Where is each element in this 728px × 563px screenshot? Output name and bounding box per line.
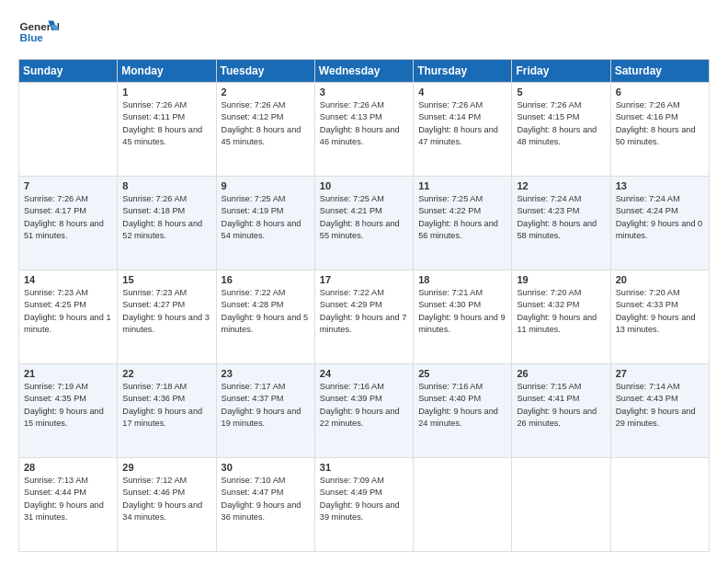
calendar-cell: 16Sunrise: 7:22 AM Sunset: 4:28 PM Dayli…	[216, 270, 314, 364]
day-number: 10	[320, 180, 408, 191]
col-header-wednesday: Wednesday	[314, 60, 413, 83]
cell-info: Sunrise: 7:20 AM Sunset: 4:32 PM Dayligh…	[517, 287, 605, 336]
day-number: 23	[222, 368, 310, 379]
calendar-cell	[512, 458, 610, 552]
cell-info: Sunrise: 7:26 AM Sunset: 4:12 PM Dayligh…	[222, 99, 310, 148]
calendar-cell: 14Sunrise: 7:23 AM Sunset: 4:25 PM Dayli…	[19, 270, 118, 364]
day-number: 7	[24, 180, 112, 191]
calendar-cell: 26Sunrise: 7:15 AM Sunset: 4:41 PM Dayli…	[512, 364, 610, 458]
calendar-cell: 13Sunrise: 7:24 AM Sunset: 4:24 PM Dayli…	[610, 177, 709, 270]
calendar-cell: 4Sunrise: 7:26 AM Sunset: 4:14 PM Daylig…	[414, 83, 512, 177]
day-number: 8	[122, 180, 210, 191]
cell-info: Sunrise: 7:26 AM Sunset: 4:16 PM Dayligh…	[616, 99, 704, 148]
cell-info: Sunrise: 7:26 AM Sunset: 4:13 PM Dayligh…	[320, 99, 408, 148]
cell-info: Sunrise: 7:25 AM Sunset: 4:22 PM Dayligh…	[418, 193, 506, 242]
svg-text:Blue: Blue	[19, 31, 43, 43]
calendar-cell: 8Sunrise: 7:26 AM Sunset: 4:18 PM Daylig…	[118, 177, 216, 270]
day-number: 27	[616, 368, 704, 379]
calendar-cell: 11Sunrise: 7:25 AM Sunset: 4:22 PM Dayli…	[414, 177, 512, 270]
cell-info: Sunrise: 7:19 AM Sunset: 4:35 PM Dayligh…	[24, 381, 112, 430]
calendar-cell: 31Sunrise: 7:09 AM Sunset: 4:49 PM Dayli…	[314, 458, 413, 552]
calendar-cell: 17Sunrise: 7:22 AM Sunset: 4:29 PM Dayli…	[314, 270, 413, 364]
calendar-cell: 19Sunrise: 7:20 AM Sunset: 4:32 PM Dayli…	[512, 270, 610, 364]
cell-info: Sunrise: 7:23 AM Sunset: 4:27 PM Dayligh…	[122, 287, 210, 336]
col-header-thursday: Thursday	[414, 60, 512, 83]
calendar-cell: 7Sunrise: 7:26 AM Sunset: 4:17 PM Daylig…	[19, 177, 118, 270]
header: General Blue	[18, 15, 710, 50]
col-header-friday: Friday	[512, 60, 610, 83]
cell-info: Sunrise: 7:24 AM Sunset: 4:23 PM Dayligh…	[517, 193, 605, 242]
calendar-cell: 6Sunrise: 7:26 AM Sunset: 4:16 PM Daylig…	[610, 83, 709, 177]
calendar-cell	[414, 458, 512, 552]
day-number: 18	[418, 274, 506, 285]
day-number: 12	[517, 180, 605, 191]
day-number: 2	[222, 86, 310, 98]
col-header-monday: Monday	[118, 60, 216, 83]
calendar-cell: 28Sunrise: 7:13 AM Sunset: 4:44 PM Dayli…	[19, 458, 118, 552]
day-number: 29	[122, 462, 210, 473]
cell-info: Sunrise: 7:22 AM Sunset: 4:28 PM Dayligh…	[222, 287, 310, 336]
calendar-cell: 22Sunrise: 7:18 AM Sunset: 4:36 PM Dayli…	[118, 364, 216, 458]
cell-info: Sunrise: 7:13 AM Sunset: 4:44 PM Dayligh…	[24, 475, 112, 523]
cell-info: Sunrise: 7:21 AM Sunset: 4:30 PM Dayligh…	[418, 287, 506, 336]
calendar-cell: 1Sunrise: 7:26 AM Sunset: 4:11 PM Daylig…	[118, 83, 216, 177]
col-header-sunday: Sunday	[19, 60, 118, 83]
cell-info: Sunrise: 7:26 AM Sunset: 4:15 PM Dayligh…	[517, 99, 605, 148]
calendar-cell: 18Sunrise: 7:21 AM Sunset: 4:30 PM Dayli…	[414, 270, 512, 364]
calendar-cell: 21Sunrise: 7:19 AM Sunset: 4:35 PM Dayli…	[19, 364, 118, 458]
day-number: 26	[517, 368, 605, 379]
day-number: 28	[24, 462, 112, 473]
calendar-cell: 25Sunrise: 7:16 AM Sunset: 4:40 PM Dayli…	[414, 364, 512, 458]
day-number: 14	[24, 274, 112, 285]
calendar-cell: 3Sunrise: 7:26 AM Sunset: 4:13 PM Daylig…	[314, 83, 413, 177]
day-number: 5	[517, 86, 605, 98]
cell-info: Sunrise: 7:26 AM Sunset: 4:14 PM Dayligh…	[418, 99, 506, 148]
day-number: 15	[122, 274, 210, 285]
calendar-cell	[19, 83, 118, 177]
col-header-tuesday: Tuesday	[216, 60, 314, 83]
calendar-cell: 27Sunrise: 7:14 AM Sunset: 4:43 PM Dayli…	[610, 364, 709, 458]
calendar-cell: 15Sunrise: 7:23 AM Sunset: 4:27 PM Dayli…	[118, 270, 216, 364]
day-number: 9	[222, 180, 310, 191]
day-number: 6	[616, 86, 704, 98]
day-number: 25	[418, 368, 506, 379]
calendar-cell	[610, 458, 709, 552]
cell-info: Sunrise: 7:12 AM Sunset: 4:46 PM Dayligh…	[122, 475, 210, 523]
day-number: 30	[222, 462, 310, 473]
day-number: 3	[320, 86, 408, 98]
day-number: 1	[122, 86, 210, 98]
calendar-table: SundayMondayTuesdayWednesdayThursdayFrid…	[18, 59, 710, 552]
calendar-cell: 5Sunrise: 7:26 AM Sunset: 4:15 PM Daylig…	[512, 83, 610, 177]
day-number: 21	[24, 368, 112, 379]
logo: General Blue	[18, 15, 59, 50]
day-number: 20	[616, 274, 704, 285]
day-number: 31	[320, 462, 408, 473]
week-row: 21Sunrise: 7:19 AM Sunset: 4:35 PM Dayli…	[19, 364, 710, 458]
cell-info: Sunrise: 7:14 AM Sunset: 4:43 PM Dayligh…	[616, 381, 704, 430]
day-number: 19	[517, 274, 605, 285]
cell-info: Sunrise: 7:25 AM Sunset: 4:19 PM Dayligh…	[222, 193, 310, 242]
calendar-cell: 20Sunrise: 7:20 AM Sunset: 4:33 PM Dayli…	[610, 270, 709, 364]
calendar-cell: 24Sunrise: 7:16 AM Sunset: 4:39 PM Dayli…	[314, 364, 413, 458]
cell-info: Sunrise: 7:26 AM Sunset: 4:18 PM Dayligh…	[122, 193, 210, 242]
week-row: 14Sunrise: 7:23 AM Sunset: 4:25 PM Dayli…	[19, 270, 710, 364]
cell-info: Sunrise: 7:10 AM Sunset: 4:47 PM Dayligh…	[222, 475, 310, 523]
calendar-cell: 10Sunrise: 7:25 AM Sunset: 4:21 PM Dayli…	[314, 177, 413, 270]
cell-info: Sunrise: 7:22 AM Sunset: 4:29 PM Dayligh…	[320, 287, 408, 336]
day-number: 11	[418, 180, 506, 191]
logo-icon: General Blue	[18, 15, 59, 50]
week-row: 28Sunrise: 7:13 AM Sunset: 4:44 PM Dayli…	[19, 458, 710, 552]
col-header-saturday: Saturday	[610, 60, 709, 83]
day-number: 17	[320, 274, 408, 285]
cell-info: Sunrise: 7:24 AM Sunset: 4:24 PM Dayligh…	[616, 193, 704, 242]
calendar-cell: 29Sunrise: 7:12 AM Sunset: 4:46 PM Dayli…	[118, 458, 216, 552]
cell-info: Sunrise: 7:17 AM Sunset: 4:37 PM Dayligh…	[222, 381, 310, 430]
cell-info: Sunrise: 7:26 AM Sunset: 4:17 PM Dayligh…	[24, 193, 112, 242]
cell-info: Sunrise: 7:18 AM Sunset: 4:36 PM Dayligh…	[122, 381, 210, 430]
calendar-cell: 30Sunrise: 7:10 AM Sunset: 4:47 PM Dayli…	[216, 458, 314, 552]
day-number: 16	[222, 274, 310, 285]
header-row: SundayMondayTuesdayWednesdayThursdayFrid…	[19, 60, 710, 83]
calendar-cell: 12Sunrise: 7:24 AM Sunset: 4:23 PM Dayli…	[512, 177, 610, 270]
calendar-cell: 9Sunrise: 7:25 AM Sunset: 4:19 PM Daylig…	[216, 177, 314, 270]
cell-info: Sunrise: 7:16 AM Sunset: 4:40 PM Dayligh…	[418, 381, 506, 430]
